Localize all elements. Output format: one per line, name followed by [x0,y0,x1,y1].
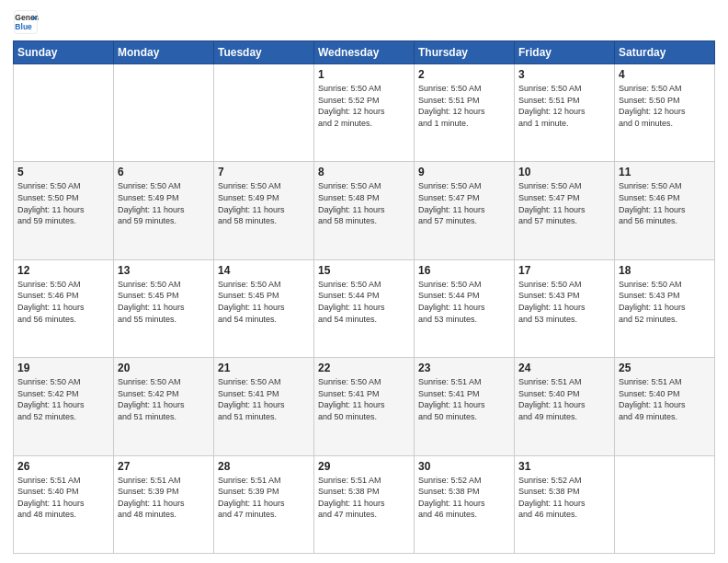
svg-text:Blue: Blue [15,22,32,31]
day-info: Sunrise: 5:52 AM Sunset: 5:38 PM Dayligh… [418,475,510,521]
calendar-cell: 27Sunrise: 5:51 AM Sunset: 5:39 PM Dayli… [114,455,214,553]
day-info: Sunrise: 5:50 AM Sunset: 5:50 PM Dayligh… [17,180,109,226]
week-row-4: 19Sunrise: 5:50 AM Sunset: 5:42 PM Dayli… [14,358,715,455]
day-number: 20 [118,362,210,374]
day-number: 19 [17,362,109,374]
calendar-cell: 5Sunrise: 5:50 AM Sunset: 5:50 PM Daylig… [14,162,114,259]
day-number: 8 [318,166,410,178]
day-info: Sunrise: 5:50 AM Sunset: 5:46 PM Dayligh… [619,180,711,226]
day-number: 13 [118,264,210,277]
day-number: 27 [118,460,210,473]
day-number: 22 [318,362,410,374]
day-number: 26 [17,460,109,473]
day-info: Sunrise: 5:50 AM Sunset: 5:51 PM Dayligh… [418,83,510,129]
day-number: 11 [619,166,711,178]
day-info: Sunrise: 5:50 AM Sunset: 5:42 PM Dayligh… [118,376,210,422]
weekday-header-sunday: Sunday [14,41,114,64]
day-info: Sunrise: 5:50 AM Sunset: 5:47 PM Dayligh… [418,180,510,226]
day-number: 3 [518,68,610,81]
week-row-5: 26Sunrise: 5:51 AM Sunset: 5:40 PM Dayli… [14,455,715,553]
calendar-cell: 17Sunrise: 5:50 AM Sunset: 5:43 PM Dayli… [515,259,615,357]
calendar-cell: 7Sunrise: 5:50 AM Sunset: 5:49 PM Daylig… [214,162,314,259]
calendar-table: SundayMondayTuesdayWednesdayThursdayFrid… [13,40,715,554]
day-info: Sunrise: 5:51 AM Sunset: 5:39 PM Dayligh… [118,475,210,521]
logo: General Blue [13,9,39,35]
day-number: 31 [518,460,610,473]
day-info: Sunrise: 5:50 AM Sunset: 5:41 PM Dayligh… [318,376,410,422]
calendar-cell: 25Sunrise: 5:51 AM Sunset: 5:40 PM Dayli… [615,358,715,455]
calendar-cell: 29Sunrise: 5:51 AM Sunset: 5:38 PM Dayli… [314,455,415,553]
day-number: 16 [418,264,510,277]
day-info: Sunrise: 5:50 AM Sunset: 5:44 PM Dayligh… [418,279,510,325]
day-info: Sunrise: 5:51 AM Sunset: 5:40 PM Dayligh… [619,376,711,422]
day-info: Sunrise: 5:50 AM Sunset: 5:49 PM Dayligh… [218,180,310,226]
calendar-cell: 19Sunrise: 5:50 AM Sunset: 5:42 PM Dayli… [14,358,114,455]
calendar-cell: 30Sunrise: 5:52 AM Sunset: 5:38 PM Dayli… [415,455,515,553]
calendar-cell: 3Sunrise: 5:50 AM Sunset: 5:51 PM Daylig… [515,64,615,162]
calendar-cell: 9Sunrise: 5:50 AM Sunset: 5:47 PM Daylig… [415,162,515,259]
week-row-2: 5Sunrise: 5:50 AM Sunset: 5:50 PM Daylig… [14,162,715,259]
day-number: 30 [418,460,510,473]
calendar-cell: 4Sunrise: 5:50 AM Sunset: 5:50 PM Daylig… [615,64,715,162]
day-info: Sunrise: 5:51 AM Sunset: 5:40 PM Dayligh… [518,376,610,422]
day-number: 23 [418,362,510,374]
calendar-cell: 24Sunrise: 5:51 AM Sunset: 5:40 PM Dayli… [515,358,615,455]
calendar-cell: 26Sunrise: 5:51 AM Sunset: 5:40 PM Dayli… [14,455,114,553]
day-number: 2 [418,68,510,81]
day-number: 21 [218,362,310,374]
weekday-header-saturday: Saturday [615,41,715,64]
calendar-cell [615,455,715,553]
weekday-header-thursday: Thursday [415,41,515,64]
day-info: Sunrise: 5:51 AM Sunset: 5:41 PM Dayligh… [418,376,510,422]
day-info: Sunrise: 5:50 AM Sunset: 5:45 PM Dayligh… [218,279,310,325]
logo-icon: General Blue [13,9,39,35]
day-number: 17 [518,264,610,277]
day-number: 15 [318,264,410,277]
day-number: 5 [17,166,109,178]
day-info: Sunrise: 5:50 AM Sunset: 5:43 PM Dayligh… [518,279,610,325]
weekday-header-row: SundayMondayTuesdayWednesdayThursdayFrid… [14,41,715,64]
day-number: 9 [418,166,510,178]
calendar-cell: 11Sunrise: 5:50 AM Sunset: 5:46 PM Dayli… [615,162,715,259]
calendar-cell: 18Sunrise: 5:50 AM Sunset: 5:43 PM Dayli… [615,259,715,357]
day-info: Sunrise: 5:50 AM Sunset: 5:50 PM Dayligh… [619,83,711,129]
week-row-1: 1Sunrise: 5:50 AM Sunset: 5:52 PM Daylig… [14,64,715,162]
calendar-cell: 23Sunrise: 5:51 AM Sunset: 5:41 PM Dayli… [415,358,515,455]
day-info: Sunrise: 5:51 AM Sunset: 5:40 PM Dayligh… [17,475,109,521]
day-number: 10 [518,166,610,178]
day-info: Sunrise: 5:51 AM Sunset: 5:38 PM Dayligh… [318,475,410,521]
day-number: 24 [518,362,610,374]
day-number: 6 [118,166,210,178]
day-number: 12 [17,264,109,277]
calendar-cell: 31Sunrise: 5:52 AM Sunset: 5:38 PM Dayli… [515,455,615,553]
calendar-cell: 13Sunrise: 5:50 AM Sunset: 5:45 PM Dayli… [114,259,214,357]
day-info: Sunrise: 5:50 AM Sunset: 5:43 PM Dayligh… [619,279,711,325]
weekday-header-friday: Friday [515,41,615,64]
calendar-cell: 21Sunrise: 5:50 AM Sunset: 5:41 PM Dayli… [214,358,314,455]
day-info: Sunrise: 5:50 AM Sunset: 5:46 PM Dayligh… [17,279,109,325]
weekday-header-wednesday: Wednesday [314,41,415,64]
calendar-cell [214,64,314,162]
calendar-cell: 14Sunrise: 5:50 AM Sunset: 5:45 PM Dayli… [214,259,314,357]
day-info: Sunrise: 5:50 AM Sunset: 5:42 PM Dayligh… [17,376,109,422]
day-info: Sunrise: 5:50 AM Sunset: 5:44 PM Dayligh… [318,279,410,325]
calendar-cell: 12Sunrise: 5:50 AM Sunset: 5:46 PM Dayli… [14,259,114,357]
day-info: Sunrise: 5:50 AM Sunset: 5:41 PM Dayligh… [218,376,310,422]
day-number: 28 [218,460,310,473]
calendar-cell [14,64,114,162]
day-number: 25 [619,362,711,374]
calendar-cell [114,64,214,162]
weekday-header-monday: Monday [114,41,214,64]
calendar-cell: 8Sunrise: 5:50 AM Sunset: 5:48 PM Daylig… [314,162,415,259]
day-info: Sunrise: 5:50 AM Sunset: 5:45 PM Dayligh… [118,279,210,325]
day-number: 1 [318,68,410,81]
calendar-cell: 6Sunrise: 5:50 AM Sunset: 5:49 PM Daylig… [114,162,214,259]
calendar-cell: 1Sunrise: 5:50 AM Sunset: 5:52 PM Daylig… [314,64,415,162]
calendar-cell: 10Sunrise: 5:50 AM Sunset: 5:47 PM Dayli… [515,162,615,259]
day-number: 29 [318,460,410,473]
day-number: 7 [218,166,310,178]
calendar-cell: 20Sunrise: 5:50 AM Sunset: 5:42 PM Dayli… [114,358,214,455]
day-info: Sunrise: 5:50 AM Sunset: 5:49 PM Dayligh… [118,180,210,226]
calendar-cell: 22Sunrise: 5:50 AM Sunset: 5:41 PM Dayli… [314,358,415,455]
day-info: Sunrise: 5:50 AM Sunset: 5:51 PM Dayligh… [518,83,610,129]
